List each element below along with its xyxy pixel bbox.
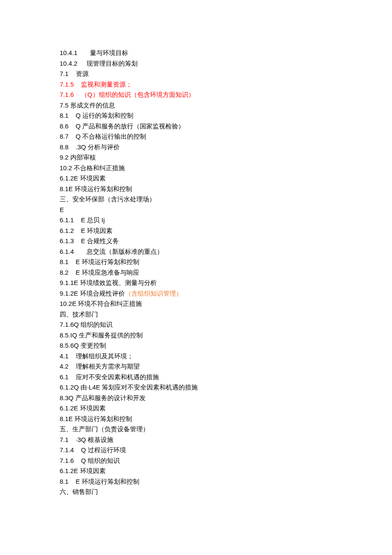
text-line: 6.1.1 E 总贝 Ij	[60, 215, 332, 226]
text-line: 4.2 理解相关方需求与期望	[60, 361, 332, 372]
text-line: 8.5.6Q 变更控制	[60, 340, 332, 351]
text-segment: （含组织知识管理）	[125, 290, 182, 297]
text-line: 四、技术部门	[60, 309, 332, 320]
text-line: 五、生产部门（负责设备管理）	[60, 424, 332, 435]
text-line: 8.2 E 环境应急准备与响应	[60, 267, 332, 278]
text-line: 8.1E 环境运行筹划和控制	[60, 184, 332, 195]
text-line: E	[60, 205, 332, 215]
document-page: 10.4.1 量与环境目标10.4.2 现管理目标的筹划7.1 资源7.1.5 …	[0, 0, 392, 555]
text-line: 10.4.2 现管理目标的筹划	[60, 58, 332, 69]
text-line: 6.1.2 E 环境因素	[60, 226, 332, 236]
text-line: 9.2 内部审核	[60, 152, 332, 163]
text-line: 8.6 Q 产品和服务的放行（国家监视检验）	[60, 121, 332, 132]
text-line: 7.1.5 监视和测量资源；	[60, 79, 332, 90]
document-content: 10.4.1 量与环境目标10.4.2 现管理目标的筹划7.1 资源7.1.5 …	[60, 48, 332, 497]
text-line: 7.1.4 Q 过程运行环境	[60, 445, 332, 456]
text-line: 7.1.6 Q 组织的知识	[60, 456, 332, 466]
text-segment: 9.1.2E 环境合规性评价	[60, 290, 125, 297]
text-line: 7.1 资源	[60, 69, 332, 79]
text-line: 8.1 Q 运行的筹划和控制	[60, 110, 332, 121]
text-line: 6.1.2E 环境因素	[60, 403, 332, 414]
text-line: 六、销售部门	[60, 487, 332, 497]
text-line: 9.1.2E 环境合规性评价（含组织知识管理）	[60, 288, 332, 299]
text-line: 7.1.6 （Q）组织的知识（包含环境方面知识）	[60, 90, 332, 100]
text-line: 6.1.2Q 由·L4E 筹划应对不安全因素和机遇的措施	[60, 382, 332, 393]
text-line: 10.4.1 量与环境目标	[60, 48, 332, 58]
text-line: 10.2E 环境不符合和纠正措施	[60, 299, 332, 309]
text-line: 8.7 Q 不合格运行输出的控制	[60, 131, 332, 142]
text-line: 6.1.2E 环境因素	[60, 466, 332, 477]
text-line: 三、安全环保部（含污水处理场）	[60, 194, 332, 205]
text-line: 8.1 E 环境运行筹划和控制	[60, 477, 332, 487]
text-segment: 7.1.5 监视和测量资源；	[60, 81, 132, 88]
text-line: 8.1 E 环境运行筹划和控制	[60, 257, 332, 267]
text-line: 9.1.1E 环境绩效监视、测量与分析	[60, 278, 332, 288]
text-line: 6.1.3 E 合规性义务	[60, 236, 332, 247]
text-line: 7.5 形成文件的信息	[60, 100, 332, 111]
text-line: 10.2 不合格和纠正措施	[60, 163, 332, 174]
text-line: 8.8 .3Q 分析与评价	[60, 142, 332, 153]
text-segment: 7.1.6 （Q）组织的知识（包含环境方面知识）	[60, 91, 195, 98]
text-line: 6.1.2E 环境因素	[60, 173, 332, 184]
text-line: 8.5.IQ 生产和服务提供的控制	[60, 330, 332, 341]
text-line: 6.1.4 息交流（新版标准的重点）	[60, 247, 332, 257]
text-line: 6.1 应对不安全因素和机遇的措施	[60, 372, 332, 383]
text-line: 8.1E 环境运行筹划和控制	[60, 414, 332, 424]
text-line: 8.3Q 产品和服务的设计和开发	[60, 393, 332, 404]
text-line: 4.1 理解组织及其环境；	[60, 351, 332, 362]
text-line: 7.1.6Q 组织的知识	[60, 320, 332, 330]
text-line: 7.1 ·3Q 根基设施	[60, 435, 332, 445]
